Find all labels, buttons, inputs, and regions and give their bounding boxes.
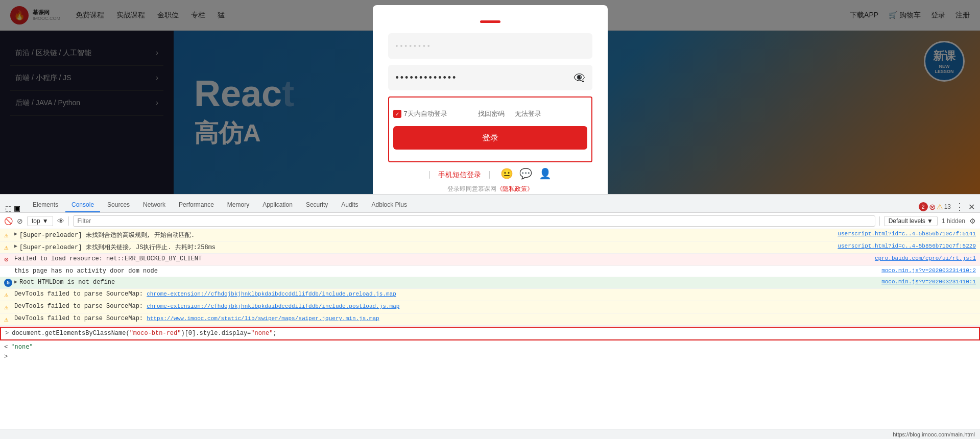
sms-divider-left: | — [428, 170, 431, 179]
website-area: 🔥 慕课网 IMOOC.COM 免费课程 实战课程 金职位 专栏 猛 下载APP… — [0, 0, 980, 194]
row-link-1[interactable]: userscript.html?id=c..4-5b856b710c7f:514… — [838, 231, 976, 237]
devtools-panel: ⬚ ▣ Elements Console Sources Network Per… — [0, 194, 980, 439]
tab-memory[interactable]: Memory — [221, 198, 255, 212]
toolbar-separator-2 — [879, 216, 880, 226]
console-row-3: ⊗ Failed to load resource: net::ERR_BLOC… — [0, 254, 980, 266]
console-row-7: ⚠ DevTools failed to parse SourceMap: ch… — [0, 301, 980, 313]
remember-me-row[interactable]: ✓ 7天内自动登录 — [393, 109, 447, 118]
sms-login-row: | 手机短信登录 | 😐 💬 👤 — [388, 167, 592, 180]
levels-selector[interactable]: Default levels ▼ — [884, 216, 938, 226]
row-text-6: DevTools failed to parse SourceMap: chro… — [14, 290, 976, 298]
tab-adblock[interactable]: Adblock Plus — [366, 198, 413, 212]
expand-1[interactable]: ▶ — [14, 231, 17, 237]
expand-2[interactable]: ▶ — [14, 243, 17, 249]
tab-application[interactable]: Application — [256, 198, 299, 212]
warn-icon-1: ⚠ — [4, 231, 12, 239]
error-badge: 2 — [919, 202, 928, 211]
check-mark: ✓ — [395, 111, 399, 117]
console-code[interactable]: document.getElementsByClassName("moco-bt… — [12, 330, 277, 337]
row-link-7a[interactable]: chrome-extension://cfhdojbkjhnklbpkdaibd… — [147, 303, 399, 309]
sms-divider-right: | — [488, 170, 490, 179]
tab-security[interactable]: Security — [300, 198, 334, 212]
result-arrow: < — [4, 343, 8, 350]
devtools-top-right: 2 ⊗ ⚠ 13 ⋮ ✕ — [919, 201, 975, 212]
forgot-password-link[interactable]: 找回密码 — [478, 109, 505, 118]
row-link-6a[interactable]: chrome-extension://cfhdojbkjhnklbpkdaibd… — [147, 291, 396, 297]
console-row-2: ⚠ ▶ [Super-preloader] 未找到相关链接, JS执行停止. 共… — [0, 241, 980, 254]
tab-audits[interactable]: Audits — [335, 198, 364, 212]
context-label: top — [32, 217, 40, 225]
stop-icon[interactable]: ⊘ — [17, 217, 23, 225]
console-row-6: ⚠ DevTools failed to parse SourceMap: ch… — [0, 289, 980, 301]
expand-5[interactable]: ▶ — [14, 279, 17, 285]
tab-sources[interactable]: Sources — [101, 198, 136, 212]
console-input-row: > document.getElementsByClassName("moco-… — [1, 328, 979, 339]
devtools-dock-icon[interactable]: ▣ — [14, 204, 20, 212]
row-link-3[interactable]: cpro.baidu.com/cpro/ui/rt.js:1 — [875, 255, 976, 261]
cursor-row[interactable]: > — [0, 352, 980, 362]
err-icon-1: ⊗ — [4, 255, 12, 264]
status-bar-url: https://blog.imooc.com/main.html — [893, 431, 975, 437]
tab-performance[interactable]: Performance — [173, 198, 220, 212]
row-text-5: Root HTMLDom is not define — [19, 279, 881, 286]
warn-count: 13 — [944, 203, 951, 210]
tab-console[interactable]: Console — [65, 198, 100, 212]
cursor-prompt: > — [4, 353, 8, 360]
row-text-8: DevTools failed to parse SourceMap: http… — [14, 315, 976, 322]
policy-text-prefix: 登录即同意慕课网 — [447, 185, 496, 192]
console-row-1: ⚠ ▶ [Super-preloader] 未找到合适的高级规则, 开始自动匹配… — [0, 229, 980, 241]
row-text-2: [Super-preloader] 未找到相关链接, JS执行停止. 共耗时:2… — [19, 243, 838, 252]
close-devtools-icon[interactable]: ✕ — [968, 202, 975, 212]
social-icons: 😐 💬 👤 — [500, 170, 552, 179]
row-link-5[interactable]: moco.min.js?v=202003231410:1 — [881, 279, 976, 285]
info-badge-5: 5 — [4, 279, 12, 287]
error-circle-icon: ⊗ — [929, 202, 936, 212]
weibo-icon[interactable]: 👤 — [539, 168, 552, 179]
eye-toggle-icon[interactable]: 👁 — [57, 217, 64, 225]
row-text-1: [Super-preloader] 未找到合适的高级规则, 开始自动匹配. — [19, 231, 838, 239]
row-link-8a[interactable]: https://www.imooc.com/static/lib/swiper/… — [147, 315, 379, 322]
result-value: "none" — [11, 343, 33, 350]
console-input-highlight: > document.getElementsByClassName("moco-… — [0, 327, 980, 340]
wechat-icon[interactable]: 💬 — [519, 168, 532, 179]
eye-icon[interactable]: 👁‍🗨 — [573, 72, 586, 83]
context-selector[interactable]: top ▼ — [27, 216, 53, 226]
modal-options: ✓ 7天内自动登录 找回密码 无法登录 — [393, 109, 587, 118]
devtools-select-icon[interactable]: ⬚ — [5, 204, 12, 212]
devtools-status-bar: https://blog.imooc.com/main.html — [0, 429, 980, 439]
console-row-8: ⚠ DevTools failed to parse SourceMap: ht… — [0, 313, 980, 326]
qq-icon[interactable]: 😐 — [500, 168, 513, 179]
console-output: ⚠ ▶ [Super-preloader] 未找到合适的高级规则, 开始自动匹配… — [0, 229, 980, 429]
prompt-icon: > — [5, 330, 9, 337]
remember-label: 7天内自动登录 — [404, 109, 447, 118]
console-result-row: < "none" — [0, 342, 980, 352]
row-text-7: DevTools failed to parse SourceMap: chro… — [14, 303, 976, 310]
modal-policy: 登录即同意慕课网《隐私政策》 — [388, 185, 592, 193]
devtools-tabs: ⬚ ▣ Elements Console Sources Network Per… — [0, 194, 980, 213]
row-link-4[interactable]: moco.min.js?v=202003231410:2 — [881, 267, 976, 274]
privacy-policy-link[interactable]: 《隐私政策》 — [496, 185, 533, 192]
warn-icon-7: ⚠ — [4, 303, 12, 311]
clear-console-icon[interactable]: 🚫 — [4, 217, 13, 225]
no-login-link[interactable]: 无法登录 — [515, 109, 541, 118]
toolbar-separator — [68, 216, 69, 226]
red-border-section: ✓ 7天内自动登录 找回密码 无法登录 登录 — [388, 96, 592, 162]
more-menu-icon[interactable]: ⋮ — [955, 201, 964, 212]
settings-icon[interactable]: ⚙ — [969, 217, 976, 225]
row-text-3: Failed to load resource: net::ERR_BLOCKE… — [14, 255, 875, 262]
filter-input[interactable] — [73, 215, 875, 227]
devtools-toolbar: 🚫 ⊘ top ▼ 👁 Default levels ▼ 1 hidden ⚙ — [0, 213, 980, 229]
login-modal: •••••••• ••••••••••••• 👁‍🗨 ✓ 7天内自动登录 — [373, 5, 608, 194]
warn-icon-8: ⚠ — [4, 315, 12, 324]
warn-icon-2: ⚠ — [4, 243, 12, 252]
tab-network[interactable]: Network — [137, 198, 172, 212]
row-link-2[interactable]: userscript.html?id=c..4-5b856b710c7f:522… — [838, 243, 976, 249]
row-text-4: this page has no activity door dom node — [14, 267, 881, 275]
remember-checkbox[interactable]: ✓ — [393, 110, 401, 118]
tab-elements[interactable]: Elements — [27, 198, 64, 212]
modal-overlay: •••••••• ••••••••••••• 👁‍🗨 ✓ 7天内自动登录 — [0, 0, 980, 194]
login-button[interactable]: 登录 — [393, 126, 587, 150]
warn-icon-6: ⚠ — [4, 290, 12, 299]
console-row-5: 5 ▶ Root HTMLDom is not define moco.min.… — [0, 277, 980, 289]
sms-login-link[interactable]: 手机短信登录 — [438, 170, 481, 179]
